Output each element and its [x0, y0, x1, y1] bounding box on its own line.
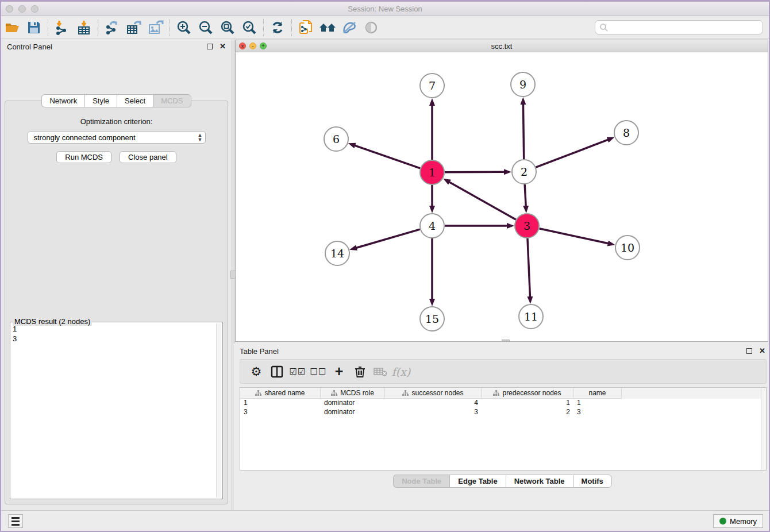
refresh-layout-icon[interactable] — [268, 19, 287, 36]
graph-node-label: 1 — [429, 166, 436, 179]
run-mcds-button[interactable]: Run MCDS — [56, 151, 111, 163]
tab-select[interactable]: Select — [117, 94, 153, 107]
table-panel: Table Panel ✕ ⚙ ☑☑ ☐☐ + f(x) shared name… — [234, 344, 770, 510]
status-bar: Memory — [1, 510, 769, 531]
zoom-out-icon[interactable] — [196, 19, 215, 36]
function-builder-icon[interactable]: f(x) — [391, 363, 411, 380]
table-cell[interactable]: dominator — [321, 399, 385, 408]
delete-table-icon[interactable] — [370, 363, 391, 380]
column-view-icon[interactable] — [267, 363, 287, 380]
graph-edge-2-3[interactable] — [525, 184, 526, 206]
network-window: x - + scc.txt 1234678910111415 — [235, 40, 768, 342]
graph-edge-2-8[interactable] — [536, 140, 609, 167]
graph-edge-3-11[interactable] — [528, 238, 530, 297]
mcds-result-list[interactable]: 1 3 — [13, 324, 215, 498]
style-preview-icon[interactable] — [340, 19, 359, 36]
table-cell[interactable]: 1 — [573, 399, 622, 408]
search-input[interactable] — [609, 22, 763, 33]
window-title: Session: New Session — [1, 5, 769, 13]
tab-mcds[interactable]: MCDS — [153, 94, 191, 107]
search-box — [595, 20, 763, 34]
column-header-shared-name[interactable]: shared name — [240, 388, 321, 399]
graph-edge-3-1[interactable] — [449, 182, 516, 220]
graph-node-label: 6 — [333, 133, 340, 145]
toolbar-separator — [48, 20, 48, 36]
tab-motifs[interactable]: Motifs — [573, 475, 612, 488]
control-panel-title: Control Panel — [7, 43, 207, 51]
tab-edge-table[interactable]: Edge Table — [449, 475, 505, 488]
graph-node-label: 3 — [523, 219, 530, 232]
mcds-result-box: MCDS result (2 nodes) 1 3 — [10, 322, 223, 499]
float-panel-icon[interactable] — [746, 348, 752, 354]
zoom-fit-icon[interactable] — [218, 19, 237, 36]
home-view-icon[interactable] — [318, 19, 337, 36]
open-file-icon[interactable] — [2, 19, 22, 36]
close-panel-icon[interactable]: ✕ — [759, 348, 765, 354]
close-panel-button[interactable]: Close panel — [120, 151, 176, 163]
network-canvas[interactable]: 1234678910111415 — [236, 52, 768, 341]
table-cell[interactable]: 1 — [240, 399, 321, 408]
memory-button[interactable]: Memory — [713, 514, 763, 528]
graph-node-label: 10 — [621, 241, 634, 254]
graph-node-label: 14 — [330, 247, 344, 260]
titlebar: Session: New Session — [1, 2, 769, 16]
column-header-successor-nodes[interactable]: successor nodes — [385, 388, 482, 399]
column-header-name[interactable]: name — [573, 388, 622, 399]
table-cell[interactable]: 3 — [240, 408, 321, 417]
tab-network-table[interactable]: Network Table — [506, 475, 573, 488]
graph-edge-1-6[interactable] — [355, 145, 420, 168]
graph-edge-2-9[interactable] — [523, 104, 523, 159]
node-table: shared nameMCDS rolesuccessor nodesprede… — [240, 387, 767, 471]
zoom-in-icon[interactable] — [174, 19, 194, 36]
export-image-icon[interactable] — [146, 19, 165, 36]
table-cell[interactable]: 1 — [482, 399, 573, 408]
table-row[interactable]: 1dominator411 — [240, 399, 766, 408]
main-toolbar — [1, 17, 769, 38]
gear-icon[interactable]: ⚙ — [246, 363, 267, 380]
control-panel: Control Panel ✕ Network Style Select MCD… — [1, 39, 232, 510]
close-panel-icon[interactable]: ✕ — [220, 44, 226, 49]
tab-network[interactable]: Network — [41, 94, 84, 107]
result-scrollbar[interactable] — [216, 323, 221, 498]
column-header-MCDS-role[interactable]: MCDS role — [321, 388, 385, 399]
deselect-all-columns-icon[interactable]: ☐☐ — [308, 363, 329, 380]
optimization-criterion-dropdown[interactable]: strongly connected component ▲▼ — [28, 131, 206, 144]
import-table-icon[interactable] — [74, 19, 94, 36]
network-resize-grip[interactable] — [502, 340, 510, 342]
add-column-icon[interactable]: + — [329, 363, 349, 380]
import-network-icon[interactable] — [52, 19, 72, 36]
duplicate-network-icon[interactable] — [296, 19, 315, 36]
column-header-predecessor-nodes[interactable]: predecessor nodes — [482, 388, 573, 399]
graph-node-label: 15 — [425, 313, 439, 325]
select-all-columns-icon[interactable]: ☑☑ — [287, 363, 308, 380]
export-network-icon[interactable] — [102, 19, 122, 36]
task-history-icon[interactable] — [8, 514, 23, 528]
tab-node-table[interactable]: Node Table — [393, 475, 449, 488]
table-cell[interactable]: 2 — [482, 408, 573, 417]
table-cell[interactable]: 3 — [573, 408, 622, 417]
save-session-icon[interactable] — [24, 19, 44, 36]
zoom-selected-icon[interactable] — [240, 19, 259, 36]
graph-edge-3-10[interactable] — [539, 229, 608, 244]
tab-style[interactable]: Style — [84, 94, 117, 107]
float-panel-icon[interactable] — [207, 44, 213, 49]
graph-edge-1-2[interactable] — [445, 172, 505, 172]
table-cell[interactable]: 4 — [385, 399, 482, 408]
table-panel-header: Table Panel ✕ — [234, 344, 770, 358]
memory-label: Memory — [730, 517, 757, 526]
toolbar-separator — [98, 20, 98, 36]
graph-edge-4-14[interactable] — [356, 229, 420, 248]
eye-icon[interactable] — [361, 19, 381, 36]
graph-node-label: 11 — [524, 310, 538, 323]
toolbar-separator — [170, 20, 170, 36]
table-row[interactable]: 3dominator323 — [240, 408, 766, 417]
export-table-icon[interactable] — [124, 19, 144, 36]
memory-status-icon — [719, 518, 726, 525]
graph-node-label: 8 — [623, 126, 630, 139]
delete-column-icon[interactable] — [349, 363, 370, 380]
table-scrollbar[interactable] — [761, 388, 766, 470]
toolbar-separator — [263, 20, 264, 36]
table-cell[interactable]: 3 — [385, 408, 482, 417]
table-cell[interactable]: dominator — [321, 408, 385, 417]
graph-node-label: 9 — [519, 78, 526, 91]
